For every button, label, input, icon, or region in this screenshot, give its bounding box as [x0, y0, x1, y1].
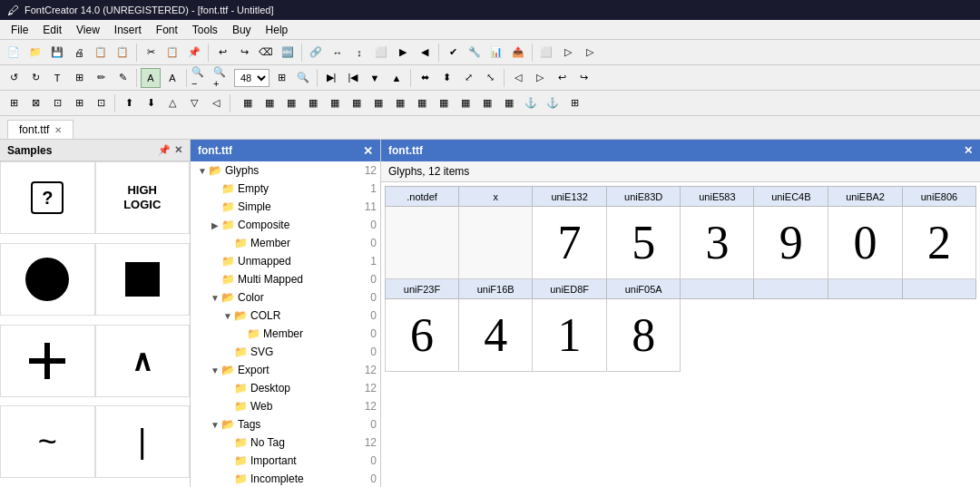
- font-panel-close[interactable]: ✕: [363, 144, 373, 158]
- tb-btn-j[interactable]: ⬜: [536, 43, 556, 63]
- tb3-btn-8[interactable]: △: [162, 93, 182, 113]
- tb2-btn-4[interactable]: ⊞: [69, 68, 89, 88]
- glyph-cell[interactable]: 5: [606, 207, 681, 279]
- menu-font[interactable]: Font: [149, 22, 185, 38]
- tb3-grid-15[interactable]: ⚓: [543, 93, 563, 113]
- tb3-grid-5[interactable]: ▦: [325, 93, 345, 113]
- tab-close-button[interactable]: ✕: [54, 125, 62, 135]
- validate-button[interactable]: ✔: [443, 43, 463, 63]
- undo-button[interactable]: ↩: [212, 43, 232, 63]
- tb3-grid-2[interactable]: ▦: [260, 93, 279, 113]
- new-button[interactable]: 📄: [4, 43, 24, 63]
- tb2-btn-21[interactable]: ↩: [552, 68, 572, 88]
- tb-btn-c[interactable]: ↔: [328, 43, 348, 63]
- sample-circle[interactable]: [0, 243, 95, 316]
- tree-toggle-icon[interactable]: ▼: [209, 293, 221, 303]
- tb3-grid-13[interactable]: ▦: [499, 93, 519, 113]
- tb2-btn-9[interactable]: ⊞: [271, 68, 291, 88]
- tree-item[interactable]: ▼📂Export12: [191, 361, 380, 379]
- sample-cross[interactable]: [0, 325, 95, 397]
- redo-button[interactable]: ↪: [234, 43, 254, 63]
- tb2-btn-17[interactable]: ⤢: [458, 68, 478, 88]
- tb3-btn-3[interactable]: ⊡: [47, 93, 67, 113]
- tree-item[interactable]: ▼📂Tags0: [191, 415, 380, 433]
- sample-chevron[interactable]: ∧: [95, 325, 191, 397]
- glyph-cell[interactable]: 7: [533, 207, 607, 279]
- tb2-btn-19[interactable]: ◁: [508, 68, 528, 88]
- glyph-cell[interactable]: 6: [386, 299, 459, 372]
- tb-btn-6[interactable]: 📋: [113, 43, 132, 63]
- tb3-grid-10[interactable]: ▦: [434, 93, 454, 113]
- tb2-btn-22[interactable]: ↪: [573, 68, 593, 88]
- menu-buy[interactable]: Buy: [225, 22, 259, 38]
- tree-item[interactable]: 📁Multi Mapped0: [191, 270, 380, 288]
- tree-toggle-icon[interactable]: ▼: [196, 166, 209, 176]
- tb3-grid-1[interactable]: ▦: [238, 93, 258, 113]
- tb2-btn-6[interactable]: ✎: [113, 68, 132, 88]
- menu-file[interactable]: File: [4, 22, 35, 38]
- tb-btn-a[interactable]: ⌫: [256, 43, 276, 63]
- paste-button[interactable]: 📌: [184, 43, 204, 63]
- tb3-grid-14[interactable]: ⚓: [521, 93, 541, 113]
- menu-insert[interactable]: Insert: [107, 22, 149, 38]
- tb-btn-g[interactable]: ◀: [415, 43, 435, 63]
- tb-btn-b[interactable]: 🔤: [278, 43, 298, 63]
- samples-close-button[interactable]: ✕: [174, 144, 182, 156]
- glyph-cell[interactable]: 1: [533, 299, 607, 372]
- tree-item[interactable]: 📁SVG0: [191, 343, 380, 361]
- tb2-btn-8[interactable]: A: [162, 68, 182, 88]
- tb3-grid-4[interactable]: ▦: [303, 93, 323, 113]
- tb2-btn-18[interactable]: ⤡: [480, 68, 500, 88]
- menu-help[interactable]: Help: [259, 22, 296, 38]
- tree-item[interactable]: 📁Web12: [191, 397, 380, 415]
- tb3-btn-2[interactable]: ⊠: [25, 93, 45, 113]
- pin-button[interactable]: 📌: [158, 144, 171, 156]
- tree-item[interactable]: 📁Empty1: [191, 180, 380, 198]
- tree-toggle-icon[interactable]: ▶: [209, 220, 221, 230]
- glyph-cell[interactable]: 4: [459, 299, 533, 372]
- tb-btn-e[interactable]: ⬜: [371, 43, 391, 63]
- glyph-cell[interactable]: 3: [681, 207, 754, 279]
- tb3-btn-7[interactable]: ⬇: [141, 93, 161, 113]
- tb3-grid-12[interactable]: ▦: [477, 93, 497, 113]
- tb2-btn-5[interactable]: ✏: [91, 68, 111, 88]
- tb3-btn-10[interactable]: ◁: [206, 93, 226, 113]
- tree-item[interactable]: 📁Member0: [191, 234, 380, 252]
- link-button[interactable]: 🔗: [306, 43, 326, 63]
- tb3-btn-9[interactable]: ▽: [184, 93, 204, 113]
- tree-toggle-icon[interactable]: ▼: [209, 420, 221, 430]
- tb3-grid-7[interactable]: ▦: [368, 93, 388, 113]
- print-button[interactable]: 🖨: [69, 43, 89, 63]
- menu-tools[interactable]: Tools: [185, 22, 225, 38]
- tb-btn-l[interactable]: ▷: [580, 43, 600, 63]
- tb2-btn-3[interactable]: T: [47, 68, 67, 88]
- tree-item[interactable]: ▼📂Glyphs12: [191, 161, 380, 180]
- tb2-btn-16[interactable]: ⬍: [436, 68, 456, 88]
- cut-button[interactable]: ✂: [141, 43, 161, 63]
- glyph-cell[interactable]: [386, 207, 459, 279]
- tree-item[interactable]: 📁Unmapped1: [191, 252, 380, 270]
- tb3-btn-1[interactable]: ⊞: [4, 93, 24, 113]
- tb3-btn-6[interactable]: ⬆: [119, 93, 139, 113]
- tree-toggle-icon[interactable]: ▼: [221, 311, 234, 321]
- tree-item[interactable]: 📁Member0: [191, 325, 380, 343]
- sample-logo[interactable]: ?: [0, 161, 95, 234]
- sample-pipe[interactable]: |: [95, 405, 191, 478]
- tb3-grid-11[interactable]: ▦: [456, 93, 475, 113]
- glyph-cell[interactable]: 8: [606, 299, 681, 372]
- tb3-grid-9[interactable]: ▦: [412, 93, 432, 113]
- tb-btn-d[interactable]: ↕: [349, 43, 369, 63]
- tb2-btn-13[interactable]: ▼: [365, 68, 385, 88]
- tb3-grid-3[interactable]: ▦: [281, 93, 301, 113]
- tb-btn-k[interactable]: ▷: [558, 43, 578, 63]
- tb2-btn-1[interactable]: ↺: [4, 68, 24, 88]
- tb-btn-i[interactable]: 📊: [486, 43, 506, 63]
- copy-button[interactable]: 📋: [162, 43, 182, 63]
- tree-item[interactable]: 📁Important0: [191, 452, 380, 470]
- tb2-btn-10[interactable]: 🔍: [293, 68, 313, 88]
- tb2-btn-12[interactable]: |◀: [343, 68, 363, 88]
- tb2-btn-20[interactable]: ▷: [530, 68, 550, 88]
- glyph-cell[interactable]: 2: [902, 207, 975, 279]
- sample-text[interactable]: HIGHLOGIC: [95, 161, 191, 234]
- sample-tilde[interactable]: ~: [0, 405, 95, 478]
